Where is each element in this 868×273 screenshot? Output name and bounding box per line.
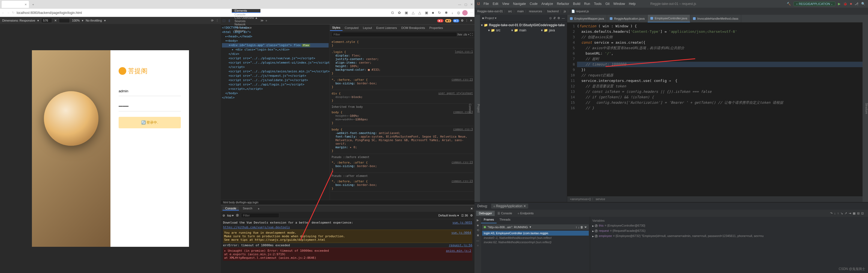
throttling-select[interactable]: No throttling <box>86 19 102 22</box>
css-rule[interactable]: common.css:23*, :before, :after {box-siz… <box>331 77 473 90</box>
select-opened-icon[interactable]: ⊙ <box>549 17 552 20</box>
code-line[interactable]: }) <box>577 67 863 73</box>
css-rule[interactable]: user agent stylesheetdiv {display: block… <box>331 91 473 104</box>
dom-node[interactable]: <script src="../../js/validate.js"></scr… <box>222 78 329 82</box>
devtools-tab[interactable]: Console <box>232 13 260 16</box>
console-filter[interactable] <box>241 213 279 218</box>
dom-node[interactable]: ▾<body> <box>222 39 329 43</box>
breadcrumb-item[interactable]: backend <box>547 9 559 13</box>
devtools-tab[interactable]: CSS Overview ▲ <box>232 16 260 19</box>
menu-item[interactable]: Analyze <box>541 2 553 6</box>
inspect-icon[interactable]: ⬚ <box>221 19 227 22</box>
height-input[interactable] <box>59 18 70 23</box>
debug-step-icon[interactable]: ↘ <box>840 212 843 215</box>
addr-ext-icon[interactable]: G <box>391 11 394 15</box>
menu-item[interactable]: Code <box>530 2 538 6</box>
dom-node[interactable]: </html> <box>222 95 329 100</box>
ide-breadcrumb[interactable]: Reggie-take-out-01〉src〉main〉resources〉ba… <box>474 8 868 15</box>
stop-icon[interactable]: ■ <box>850 2 852 6</box>
warn-badge[interactable]: ■ 5 <box>445 19 451 22</box>
rotate-icon[interactable]: ⟳ <box>211 19 214 22</box>
code-line[interactable]: baseURL: '/', <box>577 51 863 56</box>
clear-console-icon[interactable]: ⊘ <box>222 214 225 217</box>
refresh-icon[interactable]: ↻ <box>12 11 14 15</box>
dom-node[interactable]: ▸ <div class="login-box">…</div> <box>222 48 329 52</box>
password-field[interactable] <box>119 102 181 111</box>
menu-item[interactable]: Run <box>584 2 590 6</box>
dom-node[interactable]: <script src="../../plugins/vue/vue.js"><… <box>222 56 329 61</box>
addr-ext-icon[interactable]: ✱ <box>445 11 448 15</box>
debug-step-icon[interactable]: ⊟ <box>857 212 860 215</box>
run-config-select[interactable]: ⟐ REGGIEAPPLICATION ▾ <box>794 2 835 6</box>
dom-node[interactable]: <script src="../../js/request.js"></scri… <box>222 74 329 78</box>
browser-tab[interactable]: ✕ <box>2 1 29 8</box>
dom-node[interactable]: <html lang="en"> <box>222 30 329 34</box>
dom-node[interactable]: </script> <box>222 65 329 69</box>
frames-tab[interactable]: Threads <box>497 217 513 223</box>
debug-config[interactable]: ⟐ ReggieApplication ✕ <box>491 204 528 209</box>
more-icon[interactable]: ⋮ <box>216 19 219 22</box>
dock-icon[interactable]: ⋮ <box>465 19 468 22</box>
menu-item[interactable]: Refactor <box>557 2 569 6</box>
breadcrumb-item[interactable]: main <box>517 9 524 13</box>
debug-tab[interactable]: ☰ Console <box>495 211 515 216</box>
right-tool-strip[interactable]: Structure <box>863 15 868 202</box>
addr-ext-icon[interactable]: ▣ <box>425 11 428 15</box>
dom-node[interactable]: </div> <box>222 52 329 56</box>
git-icon[interactable]: ⎇ <box>855 2 859 6</box>
console-tab[interactable]: Search <box>240 207 255 210</box>
css-rule[interactable]: login.css:1.login {display: flex;justify… <box>331 49 473 77</box>
search-icon[interactable]: 🔍 <box>861 2 865 6</box>
editor-tab[interactable]: ReggieApplication.java <box>607 15 648 22</box>
hidden-count[interactable]: ☲ 36 <box>461 214 468 217</box>
zoom-select[interactable]: 100% <box>72 19 80 22</box>
styles-tab[interactable]: Computed <box>342 25 361 31</box>
variable-row[interactable]: ▸ ⓟ request = {RequestFacade@6731} <box>592 228 866 234</box>
code-line[interactable]: // axios中请求配置有baseURL选项，表示请求URL公共部分 <box>577 45 863 51</box>
dom-node[interactable]: <!DOCTYPE html> <box>222 26 329 30</box>
tree-node[interactable]: ▾ 📁 java <box>527 28 555 32</box>
width-input[interactable] <box>41 18 52 23</box>
editor-tab[interactable]: InvocableHandlerMethod.class <box>690 15 741 22</box>
addr-ext-icon[interactable]: ◎ <box>457 11 460 15</box>
styles-tab[interactable]: Layout <box>361 25 374 31</box>
debug-ctrl-icon[interactable]: ⟲ <box>477 228 479 232</box>
stack-frame[interactable]: invoke:62, NativeMethodAccessorImpl (sun… <box>482 240 589 244</box>
code-line[interactable]: // request拦截器 <box>577 73 863 78</box>
stack-frame[interactable]: login:43, EmployeeController (com.taotao… <box>482 231 589 236</box>
menu-item[interactable]: Window <box>613 2 625 6</box>
css-rule[interactable]: common.css:3body {height: 100%;min-width… <box>331 109 473 126</box>
breadcrumb-item[interactable]: js <box>564 9 566 13</box>
login-button[interactable]: 🔄 登录中. <box>119 117 181 128</box>
error-badge[interactable]: ■ 1 <box>437 19 443 22</box>
menu-item[interactable]: Build <box>573 2 580 6</box>
build-icon[interactable]: 🔨 <box>787 2 791 6</box>
left-tool-strip[interactable]: Project Commit <box>474 15 480 202</box>
breadcrumb-item[interactable]: resources <box>529 9 542 13</box>
close-window-icon[interactable]: ✕ <box>470 3 473 6</box>
devtools-tab[interactable]: Sources <box>232 19 260 23</box>
levels-select[interactable]: Default levels ▾ <box>438 214 459 217</box>
dom-node[interactable]: <script src="../../plugins/element-ui/in… <box>222 61 329 65</box>
hide-icon[interactable]: — <box>562 17 565 20</box>
menu-item[interactable]: View <box>502 2 509 6</box>
avatar[interactable] <box>462 10 468 16</box>
minimize-icon[interactable]: — <box>458 3 461 6</box>
tree-node[interactable]: ▾ 📁 src <box>482 28 500 32</box>
frames-tab[interactable]: Frames <box>481 217 497 223</box>
settings-icon[interactable]: ⚙ <box>461 19 464 22</box>
tree-node[interactable]: ▾ 📦 com <box>556 28 567 32</box>
styles-tab[interactable]: DOM Breakpoints <box>399 25 427 31</box>
devtools-tab[interactable]: Elements <box>232 9 260 13</box>
debug-step-icon[interactable]: ↗ <box>844 212 847 215</box>
maximize-icon[interactable]: ▢ <box>464 3 467 6</box>
code-line[interactable]: const service = axios.create({ <box>577 40 863 45</box>
debug-step-icon[interactable]: ▦ <box>853 212 856 215</box>
css-rule[interactable]: common.css:23*, :before, :after {box-siz… <box>331 179 473 192</box>
settings-icon[interactable]: ⚙ <box>557 17 560 20</box>
nav-back-icon[interactable]: ← <box>2 11 5 15</box>
dom-node[interactable]: </body> <box>222 91 329 95</box>
addr-ext-icon[interactable]: ■ <box>432 11 434 15</box>
debug-tab[interactable]: ⟐ Endpoints <box>515 211 536 216</box>
console-line[interactable]: vue.js:9055Download the Vue Devtools ext… <box>223 220 472 225</box>
